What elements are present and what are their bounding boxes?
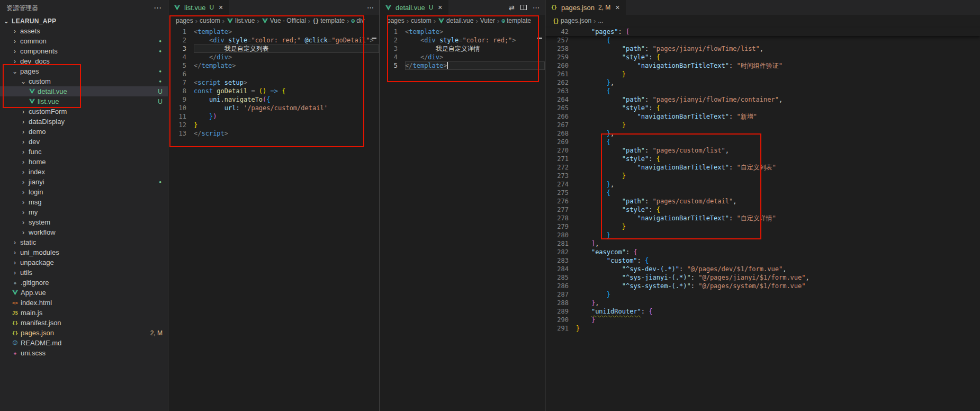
code-line[interactable]: 279 }: [545, 222, 980, 231]
code-line[interactable]: 6: [168, 70, 379, 78]
chevron-right-icon[interactable]: ›: [19, 119, 28, 125]
tree-item-components[interactable]: ›components●: [0, 46, 168, 56]
breadcrumb-item[interactable]: template: [507, 17, 531, 24]
code-line[interactable]: 282 "easycom": {: [545, 248, 980, 256]
chevron-right-icon[interactable]: ›: [19, 179, 28, 185]
tree-item-home[interactable]: ›home: [0, 157, 168, 167]
code-line[interactable]: 4 </div>: [380, 53, 545, 61]
code-line[interactable]: 283 "custom": {: [545, 256, 980, 265]
breadcrumb-item[interactable]: template: [320, 17, 345, 24]
chevron-right-icon[interactable]: ›: [19, 209, 28, 216]
chevron-right-icon[interactable]: ›: [11, 239, 19, 246]
tree-item-jianyi[interactable]: ›jianyi●: [0, 177, 168, 187]
tree-item-system[interactable]: ›system: [0, 217, 168, 227]
breadcrumb-item[interactable]: custom: [200, 17, 220, 24]
code-line[interactable]: 276 "path": "pages/custom/detail",: [545, 197, 980, 206]
tree-item-list.vue[interactable]: list.vueU: [0, 96, 168, 106]
tree-item-my[interactable]: ›my: [0, 207, 168, 217]
more-icon[interactable]: ⋯: [533, 4, 540, 11]
breadcrumb-item[interactable]: pages: [387, 17, 404, 24]
tree-item-msg[interactable]: ›msg: [0, 197, 168, 207]
breadcrumb-item[interactable]: ...: [598, 17, 603, 24]
code-line[interactable]: 275 {: [545, 189, 980, 197]
chevron-right-icon[interactable]: ›: [11, 260, 19, 266]
code-line[interactable]: 264 "path": "pages/jianyi/flowTime/conta…: [545, 95, 980, 104]
chevron-right-icon[interactable]: ›: [11, 28, 19, 34]
code-line[interactable]: 3 我是自定义列表: [168, 44, 379, 53]
breadcrumb-item[interactable]: custom: [411, 17, 431, 24]
tree-item-uni.scss[interactable]: ◈uni.scss: [0, 348, 168, 358]
split-icon[interactable]: [520, 5, 527, 10]
tree-item-index[interactable]: ›index: [0, 167, 168, 177]
code-line[interactable]: 259 "style": {: [545, 53, 980, 61]
code-line[interactable]: 268 },: [545, 129, 980, 138]
tree-item-index.html[interactable]: <>index.html: [0, 298, 168, 308]
more-actions-icon[interactable]: ⋯: [154, 3, 161, 13]
code-editor-detail-vue[interactable]: 1<template>2 <div style="color: red;">3 …: [380, 26, 545, 411]
code-line[interactable]: 5</template>: [168, 61, 379, 70]
tree-item-unpackage[interactable]: ›unpackage: [0, 257, 168, 267]
tree-item-custom[interactable]: ⌄custom●: [0, 76, 168, 86]
chevron-right-icon[interactable]: ›: [19, 219, 28, 226]
code-line[interactable]: 288 },: [545, 299, 980, 307]
code-line[interactable]: 266 "navigationBarTitleText": "新增": [545, 112, 980, 121]
close-icon[interactable]: ×: [217, 3, 225, 12]
breadcrumb-item[interactable]: pages.json: [561, 17, 591, 24]
code-line[interactable]: 258 "path": "pages/jianyi/flowTime/list"…: [545, 44, 980, 53]
chevron-right-icon[interactable]: ›: [19, 189, 28, 195]
code-line[interactable]: 271 "style": {: [545, 155, 980, 163]
code-line[interactable]: 291}: [545, 324, 980, 333]
more-icon[interactable]: ⋯: [367, 4, 374, 11]
tree-item-dataDisplay[interactable]: ›dataDisplay: [0, 117, 168, 127]
code-line[interactable]: 290 }: [545, 316, 980, 324]
tree-item-common[interactable]: ›common●: [0, 36, 168, 46]
code-line[interactable]: 287 }: [545, 290, 980, 299]
chevron-right-icon[interactable]: ›: [11, 58, 19, 65]
chevron-right-icon[interactable]: ›: [11, 38, 19, 44]
code-line[interactable]: 285 "^sys-jianyi-(.*)": "@/pages/jianyi/…: [545, 273, 980, 282]
tree-item-pages[interactable]: ⌄pages●: [0, 66, 168, 76]
breadcrumb-item[interactable]: list.vue: [235, 17, 255, 24]
code-line[interactable]: 280 }: [545, 231, 980, 239]
tree-item-detail.vue[interactable]: detail.vueU: [0, 86, 168, 96]
compare-icon[interactable]: ⇄: [509, 4, 515, 11]
breadcrumb-item[interactable]: div: [356, 17, 364, 24]
code-editor-pages-json[interactable]: 42 "pages": [257 {258 "path": "pages/jia…: [545, 26, 980, 411]
tab-detail.vue[interactable]: detail.vueU×: [380, 0, 448, 15]
tree-item-customForm[interactable]: ›customForm: [0, 106, 168, 117]
tree-item-uni_modules[interactable]: ›uni_modules: [0, 247, 168, 257]
code-line[interactable]: 260 "navigationBarTitleText": "时间组件验证": [545, 61, 980, 70]
code-line[interactable]: 1<template>: [380, 28, 545, 36]
code-line[interactable]: 286 "^sys-system-(.*)": "@/pages/system/…: [545, 282, 980, 290]
tree-item-demo[interactable]: ›demo: [0, 127, 168, 137]
code-line[interactable]: 9 uni.navigateTo({: [168, 95, 379, 104]
tree-item-static[interactable]: ›static: [0, 237, 168, 247]
code-line[interactable]: 10 url: '/pages/custom/detail': [168, 104, 379, 112]
chevron-right-icon[interactable]: ›: [11, 270, 19, 276]
code-line[interactable]: 272 "navigationBarTitleText": "自定义列表": [545, 163, 980, 172]
code-line[interactable]: 11 }): [168, 112, 379, 121]
code-line[interactable]: 277 "style": {: [545, 206, 980, 214]
code-line[interactable]: 13</script>: [168, 129, 379, 138]
code-line[interactable]: 2 <div style="color: red;">: [380, 36, 545, 44]
code-line[interactable]: 8const goDetail = () => {: [168, 87, 379, 95]
code-line[interactable]: 281 ],: [545, 239, 980, 248]
chevron-right-icon[interactable]: ›: [19, 229, 28, 236]
chevron-right-icon[interactable]: ›: [11, 249, 19, 256]
tree-item-manifest.json[interactable]: {}manifest.json: [0, 318, 168, 328]
code-line[interactable]: 3 我是自定义详情: [380, 44, 545, 53]
chevron-right-icon[interactable]: ›: [11, 48, 19, 55]
tree-item-App.vue[interactable]: App.vue: [0, 288, 168, 298]
tree-item-utils[interactable]: ›utils: [0, 267, 168, 278]
chevron-right-icon[interactable]: ›: [19, 199, 28, 206]
code-line[interactable]: 265 "style": {: [545, 104, 980, 112]
code-line[interactable]: 273 }: [545, 172, 980, 180]
chevron-down-icon[interactable]: ⌄: [19, 78, 28, 85]
code-line[interactable]: 278 "navigationBarTitleText": "自定义详情": [545, 214, 980, 222]
tree-item-dev[interactable]: ›dev: [0, 137, 168, 147]
tree-item-.gitignore[interactable]: ◆.gitignore: [0, 278, 168, 288]
chevron-right-icon[interactable]: ›: [19, 159, 28, 165]
code-line[interactable]: 4 </div>: [168, 53, 379, 61]
code-line[interactable]: 274 },: [545, 180, 980, 189]
breadcrumb-item[interactable]: Vuter: [480, 17, 495, 24]
